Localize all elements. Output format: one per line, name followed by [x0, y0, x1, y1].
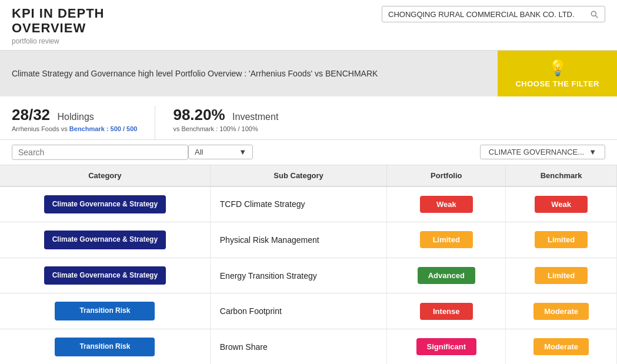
cell-benchmark: Weak — [506, 186, 617, 222]
bulb-icon: 💡 — [548, 59, 567, 77]
cell-subcategory: TCFD Climate Strategy — [210, 186, 387, 222]
cell-category: Transition Risk — [0, 329, 210, 364]
portfolio-score-badge: Advanced — [418, 267, 475, 284]
category-badge: Climate Governance & Strategy — [44, 266, 166, 285]
cell-subcategory: Physical Risk Management — [210, 222, 387, 258]
benchmark-score-badge: Weak — [535, 196, 588, 213]
header: KPI IN DEPTHOVERVIEW portfolio review — [0, 0, 617, 50]
cell-benchmark: Limited — [506, 258, 617, 293]
holdings-stat: 28/32 Holdings Arrhenius Foods vs Benchm… — [12, 106, 155, 139]
cell-benchmark: Moderate — [506, 293, 617, 329]
portfolio-score-badge: Limited — [420, 231, 473, 248]
benchmark-score-badge: Limited — [535, 267, 588, 284]
climate-governance-filter[interactable]: CLIMATE GOVERNANCE... ▼ — [480, 145, 605, 159]
stats-bar: 28/32 Holdings Arrhenius Foods vs Benchm… — [0, 96, 617, 140]
cell-category: Climate Governance & Strategy — [0, 186, 210, 222]
table-row: Climate Governance & Strategy Physical R… — [0, 222, 617, 258]
banner-text: Climate Strategy and Governance high lev… — [0, 51, 498, 96]
portfolio-score-badge: Intense — [420, 303, 473, 320]
cell-subcategory: Energy Transition Strategy — [210, 258, 387, 293]
chevron-down-icon: ▼ — [239, 148, 246, 156]
filter-dropdown[interactable]: All ▼ — [188, 145, 253, 159]
portfolio-score-badge: Weak — [420, 196, 473, 213]
cell-portfolio: Intense — [387, 293, 506, 329]
col-category: Category — [0, 165, 210, 186]
holdings-label: Holdings — [58, 112, 94, 122]
cell-portfolio: Limited — [387, 222, 506, 258]
investment-stat: 98.20% Investment vs Benchmark : 100% / … — [155, 106, 296, 139]
cell-category: Climate Governance & Strategy — [0, 258, 210, 293]
choose-filter-button[interactable]: 💡 CHOOSE THE FILTER — [498, 51, 617, 96]
investment-pct: 98.20% — [173, 106, 225, 123]
col-benchmark: Benchmark — [506, 165, 617, 186]
table-row: Transition Risk Brown Share Significant … — [0, 329, 617, 364]
app-title-block: KPI IN DEPTHOVERVIEW portfolio review — [12, 6, 104, 45]
company-search-input[interactable] — [388, 10, 586, 19]
portfolio-score-badge: Significant — [416, 338, 476, 355]
table-row: Climate Governance & Strategy Energy Tra… — [0, 258, 617, 293]
cell-category: Climate Governance & Strategy — [0, 222, 210, 258]
holdings-detail: Arrhenius Foods vs Benchmark : 500 / 500 — [12, 125, 137, 132]
search-filter-row: All ▼ CLIMATE GOVERNANCE... ▼ — [0, 140, 617, 165]
category-badge: Climate Governance & Strategy — [44, 195, 166, 214]
right-filter-label: CLIMATE GOVERNANCE... — [489, 148, 584, 156]
holdings-number: 28/32 — [12, 106, 50, 123]
cell-subcategory: Carbon Footprint — [210, 293, 387, 329]
cell-benchmark: Moderate — [506, 329, 617, 364]
cell-benchmark: Limited — [506, 222, 617, 258]
category-badge: Transition Risk — [55, 338, 155, 356]
holdings-benchmark: Benchmark : 500 / 500 — [69, 125, 138, 132]
benchmark-score-badge: Moderate — [533, 338, 589, 355]
data-table: Category Sub Category Portfolio Benchmar… — [0, 165, 617, 364]
search-box[interactable] — [12, 145, 188, 160]
col-subcategory: Sub Category — [210, 165, 387, 186]
banner: Climate Strategy and Governance high lev… — [0, 50, 617, 96]
category-badge: Transition Risk — [55, 302, 155, 320]
table-header-row: Category Sub Category Portfolio Benchmar… — [0, 165, 617, 186]
cell-portfolio: Weak — [387, 186, 506, 222]
table-row: Climate Governance & Strategy TCFD Clima… — [0, 186, 617, 222]
table-row: Transition Risk Carbon Footprint Intense… — [0, 293, 617, 329]
cell-portfolio: Advanced — [387, 258, 506, 293]
search-icon — [589, 9, 599, 19]
app-title: KPI IN DEPTHOVERVIEW — [12, 6, 104, 36]
col-portfolio: Portfolio — [387, 165, 506, 186]
category-badge: Climate Governance & Strategy — [44, 231, 166, 249]
search-input[interactable] — [18, 148, 182, 157]
benchmark-score-badge: Limited — [535, 231, 588, 248]
company-search[interactable] — [382, 6, 605, 22]
filter-button-label: CHOOSE THE FILTER — [515, 79, 599, 88]
chevron-down-icon: ▼ — [589, 148, 596, 156]
filter-value: All — [195, 148, 203, 156]
investment-detail: vs Benchmark : 100% / 100% — [173, 125, 278, 132]
cell-category: Transition Risk — [0, 293, 210, 329]
investment-label: Investment — [232, 112, 278, 122]
holdings-fund-name: Arrhenius Foods — [12, 125, 59, 132]
cell-portfolio: Significant — [387, 329, 506, 364]
app-subtitle: portfolio review — [12, 37, 104, 45]
benchmark-score-badge: Moderate — [533, 303, 589, 320]
cell-subcategory: Brown Share — [210, 329, 387, 364]
